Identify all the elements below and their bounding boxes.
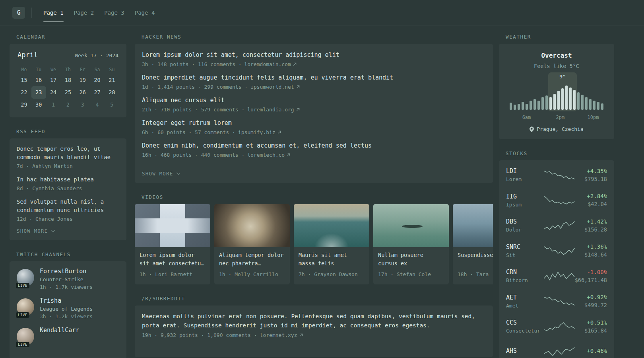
avatar[interactable]: LIVE — [17, 269, 34, 286]
subreddit-post-stats: 19h · 9,932 points · 1,090 comments · — [142, 332, 257, 338]
video-thumbnail[interactable] — [373, 204, 449, 247]
video-meta: 7h · Grayson Dawson — [299, 271, 365, 277]
subreddit-post-title[interactable]: Maecenas mollis pulvinar erat non posuer… — [142, 312, 486, 330]
tab-page-2[interactable]: Page 2 — [69, 0, 99, 25]
twitch-channel[interactable]: LIVE KendallCarr — [17, 327, 119, 345]
time-label: 10pm — [588, 115, 599, 120]
hn-story-domain-link[interactable]: loremdomain.com — [244, 61, 296, 67]
video-title[interactable]: Lorem ipsum dolor sit amet consectetu… — [140, 251, 206, 268]
hn-show-more-button[interactable]: SHOW MORE — [142, 171, 180, 177]
rss-show-more-button[interactable]: SHOW MORE — [17, 228, 54, 234]
stock-sparkline — [544, 245, 574, 256]
hn-story-domain-link[interactable]: ipsumify.biz — [238, 129, 281, 135]
twitch-channel[interactable]: LIVE ForrestBurton Counter-Strike 1h · 1… — [17, 268, 119, 290]
hn-story-domain-link[interactable]: loremtech.co — [247, 152, 290, 158]
domain-text: loremtech.co — [247, 152, 285, 158]
hn-story-stats: 16h · 468 points · 440 comments · — [142, 152, 244, 158]
avatar[interactable]: LIVE — [17, 298, 34, 316]
left-column: CALENDAR April Week 17 · 2024 Mo Tu We T… — [10, 34, 126, 358]
hn-story-domain-link[interactable]: loremlandia.org — [247, 107, 299, 113]
video-card[interactable]: Suspendisse diam 18h · Tara — [453, 204, 493, 284]
video-list: Lorem ipsum dolor sit amet consectetu… 1… — [135, 204, 493, 284]
stock-ticker: IIG — [506, 193, 544, 200]
video-card[interactable]: Nullam posuere cursus ex 17h · Stefan Co… — [373, 204, 449, 284]
rss-item-title[interactable]: In hac habitasse platea — [17, 175, 119, 184]
stock-name: Consectetur — [506, 328, 544, 334]
channel-game[interactable]: League of Legends — [40, 306, 93, 312]
domain-text: loremlandia.org — [247, 107, 294, 113]
nav-divider — [31, 8, 32, 18]
hn-story-domain-link[interactable]: ipsumworld.net — [250, 84, 300, 90]
calendar-day-next-month: 5 — [105, 99, 119, 111]
hn-story-title[interactable]: Integer eget rutrum lorem — [142, 119, 486, 127]
channel-name[interactable]: Trisha — [40, 297, 93, 304]
stock-sparkline — [544, 346, 574, 357]
channel-name[interactable]: ForrestBurton — [40, 268, 93, 275]
app-logo[interactable]: G — [12, 7, 25, 19]
calendar-day: 27 — [90, 86, 105, 99]
calendar-day: 20 — [90, 74, 105, 86]
hn-story-meta: 6h · 60 points · 57 comments · ipsumify.… — [142, 129, 486, 135]
domain-text: ipsumify.biz — [238, 129, 275, 135]
chevron-down-icon — [176, 171, 180, 175]
calendar-section-title: CALENDAR — [16, 34, 126, 40]
stocks-section: STOCKS LDI Lorem +4.35% $795.18 IIG — [499, 150, 614, 358]
hn-story: Integer eget rutrum lorem 6h · 60 points… — [142, 119, 486, 135]
hn-story-title[interactable]: Lorem ipsum dolor sit amet, consectetur … — [142, 51, 486, 59]
external-link-icon — [296, 85, 300, 89]
video-title[interactable]: Nullam posuere cursus ex — [378, 251, 444, 268]
subreddit-section-title: /R/SUBREDDIT — [142, 296, 493, 302]
calendar-day: 30 — [31, 99, 46, 111]
stock-ticker: AET — [506, 294, 544, 301]
hn-story-title[interactable]: Donec imperdiet augue tincidunt felis al… — [142, 74, 486, 82]
stock-name: Amet — [506, 303, 544, 309]
weather-location-text: Prague, Czechia — [537, 126, 583, 132]
rss-item: Sed volutpat nulla nisl, a condimentum n… — [17, 198, 119, 222]
hn-story: Donec enim nibh, condimentum et accumsan… — [142, 142, 486, 158]
subreddit-post-domain-link[interactable]: loremnet.xyz — [260, 332, 303, 338]
stock-sparkline — [544, 195, 574, 205]
rss-card: Donec tempor eros leo, ut commodo mauris… — [10, 138, 126, 240]
hn-story-stats: 3h · 148 points · 116 comments · — [142, 61, 241, 67]
video-card[interactable]: Aliquam tempor dolor nec pharetra… 1h · … — [214, 204, 290, 284]
video-card[interactable]: Mauris sit amet massa felis 7h · Grayson… — [294, 204, 369, 284]
right-column: WEATHER Overcast Feels like 5°C 9° 6am 2… — [499, 34, 614, 358]
stocks-card: LDI Lorem +4.35% $795.18 IIG Ipsum — [499, 160, 614, 358]
calendar-week-year: Week 17 · 2024 — [75, 53, 118, 58]
tab-page-1[interactable]: Page 1 — [38, 0, 69, 25]
stock-ticker: CRN — [506, 268, 544, 276]
day-header: Fr — [75, 65, 90, 74]
hn-story-title[interactable]: Donec enim nibh, condimentum et accumsan… — [142, 142, 486, 150]
video-title[interactable]: Aliquam tempor dolor nec pharetra… — [219, 251, 285, 268]
tab-page-3[interactable]: Page 3 — [99, 0, 130, 25]
calendar-day: 29 — [17, 99, 31, 111]
calendar-day: 15 — [17, 74, 31, 86]
video-thumbnail[interactable] — [135, 204, 210, 247]
stock-row: CRN Bitcorn -1.00% $66,171.48 — [506, 263, 607, 289]
stock-sparkline — [544, 271, 574, 281]
tab-page-4[interactable]: Page 4 — [130, 0, 160, 25]
video-title[interactable]: Mauris sit amet massa felis — [299, 251, 365, 268]
channel-name[interactable]: KendallCarr — [40, 327, 79, 334]
channel-game[interactable]: Counter-Strike — [40, 276, 93, 282]
hn-story-stats: 21h · 710 points · 579 comments · — [142, 107, 244, 113]
video-thumbnail[interactable] — [214, 204, 290, 247]
video-card[interactable]: Lorem ipsum dolor sit amet consectetu… 1… — [135, 204, 210, 284]
stock-change: +0.46% — [574, 348, 607, 354]
calendar-day-next-month: 4 — [90, 99, 105, 111]
hn-story-title[interactable]: Aliquam nec cursus elit — [142, 96, 486, 105]
avatar[interactable]: LIVE — [17, 328, 34, 345]
day-header: Th — [60, 65, 75, 74]
map-pin-icon — [530, 126, 534, 132]
external-link-icon — [277, 130, 281, 134]
stock-row: SNRC Sit +1.36% $148.64 — [506, 238, 607, 264]
day-header: Sa — [90, 65, 105, 74]
video-title[interactable]: Suspendisse diam — [458, 251, 493, 268]
rss-item-title[interactable]: Sed volutpat nulla nisl, a condimentum n… — [17, 198, 119, 214]
subreddit-post: Maecenas mollis pulvinar erat non posuer… — [142, 312, 486, 338]
twitch-channel[interactable]: LIVE Trisha League of Legends 3h · 1.2k … — [17, 297, 119, 319]
video-thumbnail[interactable] — [294, 204, 369, 247]
video-thumbnail[interactable] — [453, 204, 493, 247]
rss-item-title[interactable]: Donec tempor eros leo, ut commodo mauris… — [17, 145, 119, 161]
weather-time-axis: 6am 2pm 10pm — [510, 115, 603, 121]
